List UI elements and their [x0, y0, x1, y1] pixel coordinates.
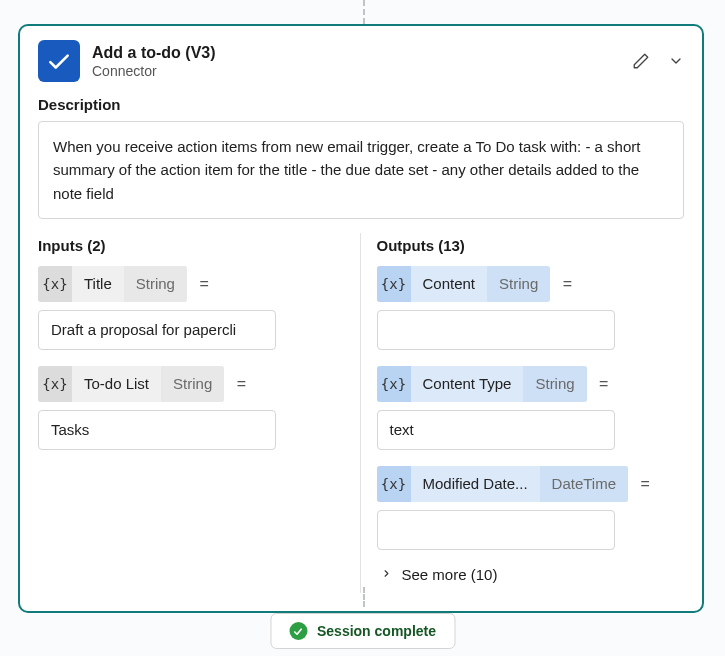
connector-line-top: [363, 0, 365, 24]
variable-icon: {x}: [38, 266, 72, 302]
param-name: Modified Date...: [411, 475, 540, 492]
param-tag: {x} To-do List String: [38, 366, 224, 402]
output-param: {x} Content String =: [377, 266, 685, 350]
output-value[interactable]: [377, 310, 615, 350]
connector-line-bottom: [363, 587, 365, 607]
see-more-label: See more (10): [402, 566, 498, 583]
param-name: Content: [411, 275, 488, 292]
output-param: {x} Modified Date... DateTime =: [377, 466, 685, 550]
description-text: When you receive action items from new e…: [38, 121, 684, 219]
action-card: Add a to-do (V3) Connector Description W…: [18, 24, 704, 613]
io-row: Inputs (2) {x} Title String = Draft a pr…: [38, 233, 684, 593]
param-tag: {x} Modified Date... DateTime: [377, 466, 629, 502]
param-type: String: [161, 366, 224, 402]
param-type: String: [523, 366, 586, 402]
action-title: Add a to-do (V3): [92, 44, 620, 62]
param-type: String: [124, 266, 187, 302]
input-value[interactable]: Tasks: [38, 410, 276, 450]
input-param: {x} To-do List String = Tasks: [38, 366, 346, 450]
input-param: {x} Title String = Draft a proposal for …: [38, 266, 346, 350]
check-circle-icon: [289, 622, 307, 640]
equals-sign: =: [199, 275, 208, 293]
output-param: {x} Content Type String = text: [377, 366, 685, 450]
inputs-column: Inputs (2) {x} Title String = Draft a pr…: [38, 233, 360, 593]
param-type: DateTime: [540, 466, 628, 502]
header-actions: [632, 52, 684, 70]
equals-sign: =: [563, 275, 572, 293]
param-tag: {x} Content String: [377, 266, 551, 302]
chevron-right-icon: [381, 566, 392, 582]
description-label: Description: [38, 96, 684, 113]
header-text: Add a to-do (V3) Connector: [92, 44, 620, 79]
output-value[interactable]: text: [377, 410, 615, 450]
param-name: Title: [72, 275, 124, 292]
chevron-down-icon: [668, 53, 684, 69]
param-name: To-do List: [72, 375, 161, 392]
param-name: Content Type: [411, 375, 524, 392]
session-status-label: Session complete: [317, 623, 436, 639]
outputs-heading: Outputs (13): [377, 237, 685, 254]
pencil-icon: [632, 52, 650, 70]
see-more-button[interactable]: See more (10): [381, 566, 685, 583]
variable-icon: {x}: [38, 366, 72, 402]
equals-sign: =: [237, 375, 246, 393]
expand-button[interactable]: [668, 53, 684, 69]
outputs-column: Outputs (13) {x} Content String = {x} Co…: [360, 233, 685, 593]
output-value[interactable]: [377, 510, 615, 550]
todo-app-icon: [38, 40, 80, 82]
variable-icon: {x}: [377, 466, 411, 502]
param-tag: {x} Content Type String: [377, 366, 587, 402]
session-status-badge: Session complete: [270, 613, 455, 649]
input-value[interactable]: Draft a proposal for papercli: [38, 310, 276, 350]
param-tag: {x} Title String: [38, 266, 187, 302]
equals-sign: =: [640, 475, 649, 493]
variable-icon: {x}: [377, 266, 411, 302]
param-type: String: [487, 266, 550, 302]
variable-icon: {x}: [377, 366, 411, 402]
equals-sign: =: [599, 375, 608, 393]
edit-button[interactable]: [632, 52, 650, 70]
action-subtitle: Connector: [92, 63, 620, 79]
card-header: Add a to-do (V3) Connector: [38, 40, 684, 82]
inputs-heading: Inputs (2): [38, 237, 346, 254]
